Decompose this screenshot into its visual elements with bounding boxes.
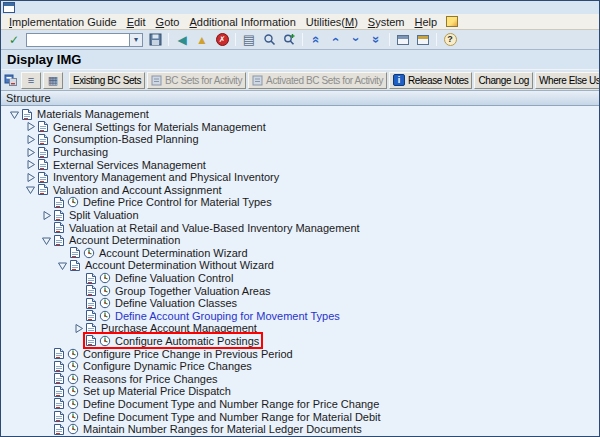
img-activity-icon[interactable] <box>67 398 79 410</box>
tree-item-label[interactable]: Configure Price Change in Previous Perio… <box>81 348 295 360</box>
img-activity-icon[interactable] <box>67 196 79 208</box>
tree-item-label[interactable]: Valuation and Account Assignment <box>51 184 224 196</box>
expanded-triangle-icon[interactable] <box>23 184 37 196</box>
new-session-icon[interactable] <box>393 31 413 48</box>
tree-row-account-determination[interactable]: Account Determination <box>1 234 599 247</box>
tree-item-label[interactable]: Inventory Management and Physical Invent… <box>51 171 281 183</box>
img-activity-icon[interactable] <box>67 373 79 385</box>
change-log-button[interactable]: Change Log <box>474 72 533 89</box>
command-dropdown-icon[interactable]: ▾ <box>130 33 143 47</box>
tree-row-define-price-control-for-material-types[interactable]: Define Price Control for Material Types <box>1 196 599 209</box>
page-up-icon[interactable]: ‹ <box>328 30 345 50</box>
img-activity-icon[interactable] <box>67 423 79 435</box>
expanded-triangle-icon[interactable] <box>39 234 53 246</box>
tree-item-label[interactable]: Reasons for Price Changes <box>81 373 220 385</box>
tree-item-label[interactable]: Split Valuation <box>67 209 141 221</box>
back-icon[interactable]: ◀ <box>172 31 192 48</box>
tree-row-define-account-grouping-for-movement-types[interactable]: Define Account Grouping for Movement Typ… <box>1 310 599 323</box>
page-down-icon[interactable]: › <box>348 30 365 50</box>
menu-item-additional-information[interactable]: Additional Information <box>184 15 300 29</box>
tree-item-label[interactable]: External Services Management <box>51 159 208 171</box>
tree-row-set-up-material-price-dispatch[interactable]: Set up Material Price Dispatch <box>1 385 599 398</box>
release-notes-button[interactable]: iRelease Notes <box>389 72 472 89</box>
collapsed-triangle-icon[interactable] <box>23 133 37 145</box>
tree-item-label[interactable]: Define Document Type and Number Range fo… <box>81 398 381 410</box>
tree-item-label[interactable]: Configure Dynamic Price Changes <box>81 360 254 372</box>
tree-item-label[interactable]: Configure Automatic Postings <box>113 335 261 347</box>
tree-row-external-services-management[interactable]: External Services Management <box>1 158 599 171</box>
where-else-used-button[interactable]: Where Else Used <box>535 72 600 89</box>
tree-item-label[interactable]: Consumption-Based Planning <box>51 133 201 145</box>
img-activity-icon[interactable] <box>83 247 95 259</box>
tree-row-configure-automatic-postings[interactable]: Configure Automatic Postings <box>1 335 599 348</box>
collapsed-triangle-icon[interactable] <box>23 159 37 171</box>
tree-item-label[interactable]: Group Together Valuation Areas <box>113 285 273 297</box>
tree-item-label[interactable]: Maintain Number Ranges for Material Ledg… <box>81 423 364 435</box>
tree-row-purchasing[interactable]: Purchasing <box>1 146 599 159</box>
tree-item-label[interactable]: Define Account Grouping for Movement Typ… <box>113 310 342 322</box>
create-shortcut-icon[interactable] <box>413 31 433 48</box>
tree-item-label[interactable]: Account Determination Wizard <box>97 247 250 259</box>
tree-row-define-document-type-and-number-range-for-price-change[interactable]: Define Document Type and Number Range fo… <box>1 398 599 411</box>
expanded-triangle-icon[interactable] <box>7 108 21 120</box>
collapsed-triangle-icon[interactable] <box>23 171 37 183</box>
tree-row-consumption-based-planning[interactable]: Consumption-Based Planning <box>1 133 599 146</box>
existing-bc-sets-button[interactable]: Existing BC Sets <box>69 72 145 89</box>
tree-row-valuation-and-account-assignment[interactable]: Valuation and Account Assignment <box>1 184 599 197</box>
tree-row-configure-dynamic-price-changes[interactable]: Configure Dynamic Price Changes <box>1 360 599 373</box>
app-toolbar-icon-button-1[interactable]: ≡ <box>21 72 41 89</box>
img-activity-icon[interactable] <box>67 385 79 397</box>
img-activity-icon[interactable] <box>67 411 79 423</box>
img-activity-icon[interactable] <box>67 360 79 372</box>
tree-row-define-valuation-classes[interactable]: Define Valuation Classes <box>1 297 599 310</box>
print-icon[interactable]: ▤ <box>239 31 259 48</box>
tree-item-label[interactable]: Define Price Control for Material Types <box>81 196 274 208</box>
tree-row-maintain-number-ranges-for-material-ledger-documents[interactable]: Maintain Number Ranges for Material Ledg… <box>1 423 599 436</box>
enter-icon[interactable]: ✓ <box>4 31 24 48</box>
img-activity-icon[interactable] <box>99 297 111 309</box>
menu-item-goto[interactable]: Goto <box>151 15 185 29</box>
tree-row-materials-management[interactable]: Materials Management <box>1 108 599 121</box>
help-icon[interactable]: ? <box>440 31 460 48</box>
tree-row-inventory-management-and-physical-inventory[interactable]: Inventory Management and Physical Invent… <box>1 171 599 184</box>
save-icon[interactable] <box>145 31 165 48</box>
tree-item-label[interactable]: Define Valuation Control <box>113 272 235 284</box>
tree-item-label[interactable]: Valuation at Retail and Value-Based Inve… <box>67 222 362 234</box>
tree-row-account-determination-without-wizard[interactable]: Account Determination Without Wizard <box>1 259 599 272</box>
tree-item-label[interactable]: General Settings for Materials Managemen… <box>51 121 268 133</box>
tree-row-define-document-type-and-number-range-for-material-debit[interactable]: Define Document Type and Number Range fo… <box>1 410 599 423</box>
find-next-icon[interactable] <box>279 31 299 48</box>
tree-row-configure-price-change-in-previous-period[interactable]: Configure Price Change in Previous Perio… <box>1 347 599 360</box>
tree-row-define-valuation-control[interactable]: Define Valuation Control <box>1 272 599 285</box>
tree-row-general-settings-for-materials-management[interactable]: General Settings for Materials Managemen… <box>1 121 599 134</box>
img-info-icon[interactable] <box>4 73 18 87</box>
tree-item-label[interactable]: Define Valuation Classes <box>113 297 239 309</box>
tree-item-label[interactable]: Set up Material Price Dispatch <box>81 385 233 397</box>
last-page-icon[interactable]: » <box>368 30 385 50</box>
tree-row-valuation-at-retail-and-value-based-inventory-management[interactable]: Valuation at Retail and Value-Based Inve… <box>1 221 599 234</box>
tree-item-label[interactable]: Purchasing <box>51 146 110 158</box>
menu-item-utilities-m[interactable]: Utilities(M) <box>301 15 363 29</box>
menu-item-implementation-guide[interactable]: Implementation Guide <box>4 15 122 29</box>
expanded-triangle-icon[interactable] <box>55 259 69 271</box>
collapsed-triangle-icon[interactable] <box>23 146 37 158</box>
first-page-icon[interactable]: « <box>308 30 325 50</box>
menu-item-help[interactable]: Help <box>410 15 443 29</box>
tree-row-reasons-for-price-changes[interactable]: Reasons for Price Changes <box>1 372 599 385</box>
img-activity-icon[interactable] <box>99 335 111 347</box>
img-activity-icon[interactable] <box>99 272 111 284</box>
tree-item-label[interactable]: Account Determination <box>67 234 182 246</box>
find-icon[interactable] <box>259 31 279 48</box>
tree-item-label[interactable]: Materials Management <box>35 108 151 120</box>
tree-item-label[interactable]: Define Document Type and Number Range fo… <box>81 411 383 423</box>
tree-row-group-together-valuation-areas[interactable]: Group Together Valuation Areas <box>1 284 599 297</box>
tree-item-label[interactable]: Purchase Account Management <box>99 322 259 334</box>
app-toolbar-icon-button-2[interactable]: ▦ <box>43 72 63 89</box>
command-input[interactable] <box>26 33 130 47</box>
collapsed-triangle-icon[interactable] <box>71 322 85 334</box>
cancel-icon[interactable]: ✗ <box>212 31 232 48</box>
tree-row-purchase-account-management[interactable]: Purchase Account Management <box>1 322 599 335</box>
tree-item-label[interactable]: Account Determination Without Wizard <box>83 259 276 271</box>
img-activity-icon[interactable] <box>99 285 111 297</box>
menu-extra-icon[interactable] <box>446 16 458 27</box>
